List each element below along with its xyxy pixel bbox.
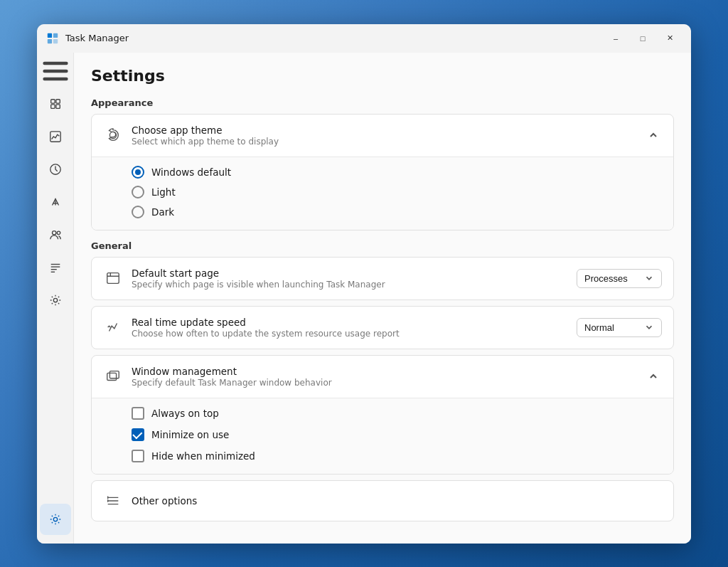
app-theme-card: Choose app theme Select which app theme … (91, 114, 674, 230)
realtime-speed-dropdown-value: Normal (584, 322, 614, 333)
realtime-speed-action: Normal (577, 318, 662, 337)
svg-rect-5 (43, 69, 68, 72)
radio-light-indicator (132, 186, 144, 198)
svg-rect-9 (50, 104, 54, 107)
general-header: General (91, 240, 674, 251)
realtime-speed-desc: Choose how often to update the system re… (132, 329, 577, 339)
window-checkbox-group: Always on top Minimize on use Hide when … (132, 407, 659, 462)
hide-when-minimized-checkbox[interactable]: Hide when minimized (132, 450, 659, 462)
maximize-button[interactable]: □ (630, 28, 655, 48)
start-page-dropdown[interactable]: Processes (577, 269, 662, 288)
window-management-card: Window management Specify default Task M… (91, 355, 674, 475)
page-title: Settings (91, 67, 674, 85)
svg-rect-2 (48, 38, 52, 43)
sidebar-item-startup[interactable] (40, 186, 71, 218)
minimize-on-use-indicator (132, 428, 144, 441)
other-options-text: Other options (132, 495, 662, 507)
other-options-row: Other options (92, 481, 673, 521)
app-theme-row: Choose app theme Select which app theme … (92, 115, 673, 157)
default-start-page-card: Default start page Specify which page is… (91, 257, 674, 300)
svg-point-16 (57, 231, 60, 235)
svg-rect-8 (55, 99, 59, 102)
window-controls: – □ ✕ (603, 28, 682, 48)
svg-rect-28 (109, 371, 119, 378)
title-bar: Task Manager – □ ✕ (37, 24, 691, 53)
realtime-speed-card: Real time update speed Choose how often … (91, 306, 674, 349)
window-management-text: Window management Specify default Task M… (132, 366, 645, 388)
realtime-speed-title: Real time update speed (132, 317, 577, 328)
close-button[interactable]: ✕ (657, 28, 682, 48)
theme-icon (103, 125, 123, 145)
app-theme-text: Choose app theme Select which app theme … (132, 124, 645, 147)
sidebar-item-details[interactable] (40, 252, 71, 283)
minimize-on-use-label: Minimize on use (151, 429, 229, 440)
hide-when-minimized-indicator (132, 450, 144, 462)
always-on-top-indicator (132, 407, 144, 420)
other-icon (103, 491, 123, 511)
window-management-expand-area: Always on top Minimize on use Hide when … (92, 398, 673, 474)
content-area: Settings Appearance Choose app theme (74, 53, 691, 544)
minimize-on-use-checkbox[interactable]: Minimize on use (132, 428, 659, 441)
svg-rect-11 (50, 131, 60, 141)
start-page-icon (103, 268, 123, 288)
hide-when-minimized-label: Hide when minimized (151, 450, 255, 462)
window-management-title: Window management (132, 366, 645, 377)
svg-rect-7 (50, 99, 54, 102)
svg-rect-0 (48, 33, 52, 37)
default-start-page-row: Default start page Specify which page is… (92, 258, 673, 300)
other-options-card: Other options (91, 480, 674, 521)
start-page-title: Default start page (132, 267, 577, 279)
theme-light-label: Light (151, 186, 176, 198)
always-on-top-label: Always on top (151, 408, 219, 419)
app-theme-title: Choose app theme (132, 124, 645, 136)
svg-point-21 (53, 298, 57, 302)
theme-radio-windows-default[interactable]: Windows default (132, 166, 659, 179)
start-page-action: Processes (577, 269, 662, 288)
app-theme-expand-area: Windows default Light Dark (92, 157, 673, 230)
theme-radio-light[interactable]: Light (132, 186, 659, 198)
start-page-dropdown-value: Processes (584, 273, 628, 284)
radio-dark-indicator (132, 206, 144, 218)
app-theme-desc: Select which app theme to display (132, 137, 645, 147)
sidebar-item-processes[interactable] (40, 88, 71, 120)
svg-rect-10 (55, 104, 59, 107)
realtime-speed-dropdown[interactable]: Normal (577, 318, 662, 337)
speed-icon (103, 317, 123, 337)
app-theme-action (645, 127, 662, 144)
theme-dark-label: Dark (151, 206, 174, 218)
app-icon (46, 31, 60, 46)
sidebar-bottom (40, 504, 71, 541)
main-content: Settings Appearance Choose app theme (37, 53, 691, 544)
svg-rect-4 (43, 61, 68, 64)
general-section: General Default start page (91, 240, 674, 521)
sidebar-item-menu[interactable] (40, 55, 71, 87)
sidebar-item-services[interactable] (40, 285, 71, 316)
window-management-desc: Specify default Task Manager window beha… (132, 378, 645, 388)
appearance-section: Appearance Choose app theme Select which… (91, 97, 674, 230)
window-management-collapse-button[interactable] (645, 368, 662, 385)
window-management-row: Window management Specify default Task M… (92, 356, 673, 398)
svg-point-15 (52, 230, 55, 234)
minimize-button[interactable]: – (603, 28, 628, 48)
radio-windows-default-indicator (132, 166, 144, 179)
sidebar-item-performance[interactable] (40, 121, 71, 152)
window-management-action (645, 368, 662, 385)
sidebar-item-users[interactable] (40, 219, 71, 250)
always-on-top-checkbox[interactable]: Always on top (132, 407, 659, 420)
svg-rect-3 (53, 38, 58, 43)
svg-rect-1 (53, 33, 58, 37)
theme-radio-group: Windows default Light Dark (132, 166, 659, 218)
svg-point-22 (53, 517, 57, 521)
realtime-speed-text: Real time update speed Choose how often … (132, 317, 577, 339)
start-page-text: Default start page Specify which page is… (132, 267, 577, 290)
theme-radio-dark[interactable]: Dark (132, 206, 659, 218)
sidebar (37, 53, 74, 544)
other-options-title: Other options (132, 495, 662, 507)
app-theme-collapse-button[interactable] (645, 127, 662, 144)
sidebar-item-settings[interactable] (40, 504, 71, 535)
window-icon (103, 366, 123, 386)
appearance-header: Appearance (91, 97, 674, 108)
sidebar-item-history[interactable] (40, 154, 71, 185)
svg-rect-6 (43, 77, 68, 80)
task-manager-window: Task Manager – □ ✕ (37, 24, 691, 544)
